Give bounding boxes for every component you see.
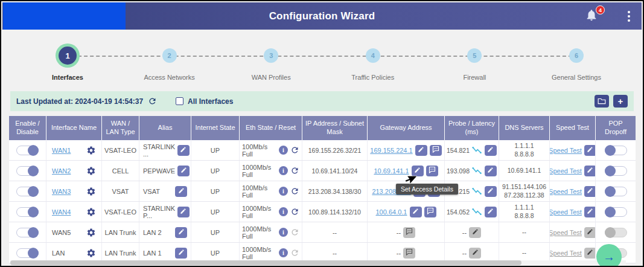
- pop-dropoff-toggle[interactable]: [605, 166, 627, 176]
- enable-toggle[interactable]: [16, 248, 39, 258]
- step-number[interactable]: 2: [162, 48, 177, 63]
- column-header: Speed Test: [550, 116, 596, 140]
- info-icon[interactable]: i: [279, 166, 288, 175]
- internet-state: UP: [211, 188, 220, 195]
- pencil-icon: [487, 146, 494, 155]
- edit-speed-test-button[interactable]: [584, 145, 596, 156]
- latency-chart-icon[interactable]: [472, 166, 482, 175]
- info-icon[interactable]: i: [279, 146, 288, 155]
- gear-icon[interactable]: [86, 207, 96, 217]
- speed-test-link[interactable]: Speed Test: [550, 188, 582, 195]
- info-icon[interactable]: i: [279, 248, 288, 257]
- edit-probe-button[interactable]: [485, 145, 497, 156]
- latency-chart-icon[interactable]: [472, 207, 482, 216]
- pop-dropoff-toggle[interactable]: [605, 146, 627, 155]
- edit-speed-test-button[interactable]: [584, 166, 596, 176]
- toggle-knob: [605, 145, 616, 156]
- access-details-button[interactable]: [424, 207, 436, 217]
- bulk-config-button[interactable]: [595, 95, 609, 108]
- latency-chart-icon[interactable]: [472, 146, 482, 155]
- reset-icon[interactable]: [290, 166, 299, 175]
- interface-name-link[interactable]: WAN3: [52, 188, 71, 195]
- edit-alias-button[interactable]: [175, 248, 187, 259]
- edit-probe-button[interactable]: [485, 166, 497, 176]
- reset-icon[interactable]: [290, 146, 299, 155]
- interface-name-link[interactable]: WAN4: [52, 208, 71, 216]
- edit-gateway-button[interactable]: [410, 207, 422, 217]
- edit-probe-button: [469, 227, 481, 238]
- access-details-button[interactable]: [430, 145, 442, 156]
- info-icon[interactable]: i: [279, 228, 288, 237]
- wan-lan-type: VSAT-LEO: [104, 208, 136, 216]
- edit-alias-button[interactable]: [177, 145, 190, 156]
- step-label: Traffic Policies: [351, 74, 394, 81]
- enable-toggle[interactable]: [16, 146, 39, 155]
- step-number[interactable]: 4: [366, 48, 380, 63]
- pencil-icon: [587, 146, 593, 155]
- reset-icon[interactable]: [290, 207, 299, 216]
- step-number[interactable]: 3: [264, 48, 278, 63]
- edit-probe-button[interactable]: [485, 207, 497, 217]
- speed-test-link[interactable]: Speed Test: [550, 147, 582, 154]
- gateway-link[interactable]: 10.69.141.1: [374, 167, 409, 175]
- edit-speed-test-button[interactable]: [584, 207, 596, 217]
- reset-icon[interactable]: [290, 187, 299, 196]
- probe-latency: 154.052: [447, 208, 470, 216]
- pop-dropoff-toggle[interactable]: [605, 187, 627, 196]
- access-details-button[interactable]: [426, 166, 438, 176]
- enable-toggle[interactable]: [16, 207, 39, 217]
- gear-icon[interactable]: [86, 146, 96, 155]
- edit-probe-button[interactable]: [485, 186, 497, 197]
- add-interface-button[interactable]: +: [613, 95, 628, 108]
- next-step-button[interactable]: →: [596, 244, 622, 267]
- gear-icon[interactable]: [86, 248, 96, 258]
- gear-icon[interactable]: [86, 166, 96, 176]
- gear-icon[interactable]: [86, 187, 96, 196]
- info-icon[interactable]: i: [279, 187, 288, 196]
- all-interfaces-checkbox[interactable]: [176, 97, 183, 105]
- enable-toggle[interactable]: [16, 187, 39, 196]
- edit-alias-button[interactable]: [175, 186, 187, 197]
- eth-state: 100Mb/s Full: [242, 184, 276, 199]
- kebab-menu-button[interactable]: [625, 10, 633, 23]
- info-icon[interactable]: i: [279, 207, 288, 216]
- edit-gateway-button[interactable]: [415, 145, 427, 156]
- speed-test-link[interactable]: Speed Test: [550, 167, 582, 175]
- wizard-step-wan-profiles[interactable]: 3 WAN Profiles: [235, 45, 307, 88]
- enable-toggle[interactable]: [16, 228, 39, 237]
- interface-name-link[interactable]: WAN1: [52, 147, 71, 154]
- wizard-step-access-networks[interactable]: 2 Access Networks: [133, 45, 206, 88]
- eth-state: 1000Mb/s Full: [242, 246, 276, 260]
- step-number[interactable]: 6: [569, 48, 584, 63]
- pencil-icon: [178, 187, 185, 196]
- edit-alias-button[interactable]: [177, 207, 190, 217]
- pop-dropoff-toggle[interactable]: [605, 207, 627, 217]
- probe-latency: 154.821: [447, 147, 470, 154]
- edit-speed-test-button[interactable]: [584, 186, 596, 197]
- horizontal-scrollbar[interactable]: [10, 260, 521, 265]
- edit-alias-button[interactable]: [175, 227, 187, 238]
- gateway-link[interactable]: 100.64.0.1: [376, 208, 407, 216]
- table-row: WAN1 VSAT-LEO STARLINK ... UP 100Mb/s Fu…: [9, 140, 636, 161]
- gateway-link[interactable]: 169.155.224.1: [370, 147, 412, 154]
- edit-alias-button[interactable]: [177, 166, 190, 176]
- refresh-icon[interactable]: [148, 97, 158, 106]
- speed-test-link[interactable]: Speed Test: [550, 208, 582, 216]
- interface-name-link[interactable]: WAN2: [52, 167, 71, 175]
- wizard-step-interfaces[interactable]: 1 Interfaces: [31, 45, 104, 88]
- table-header-row: Enable / DisableInterface NameWAN / LAN …: [9, 116, 636, 140]
- notifications-button[interactable]: 4: [585, 8, 601, 24]
- pencil-icon: [418, 146, 424, 155]
- app-window: Configuration Wizard 4 1 Interfaces 2 Ac…: [0, 0, 644, 267]
- wizard-step-traffic-policies[interactable]: 4 Traffic Policies: [337, 45, 409, 88]
- step-number[interactable]: 1: [59, 47, 77, 65]
- latency-chart-icon[interactable]: [472, 187, 482, 196]
- toggle-knob: [28, 145, 39, 156]
- wizard-step-firewall[interactable]: 5 Firewall: [438, 45, 511, 88]
- edit-speed-test-button: [584, 248, 596, 259]
- speed-test-link: Speed Test: [550, 249, 582, 257]
- wizard-step-general-settings[interactable]: 6 General Settings: [540, 45, 613, 88]
- step-number[interactable]: 5: [467, 48, 482, 63]
- gear-icon[interactable]: [86, 228, 96, 237]
- enable-toggle[interactable]: [16, 166, 39, 176]
